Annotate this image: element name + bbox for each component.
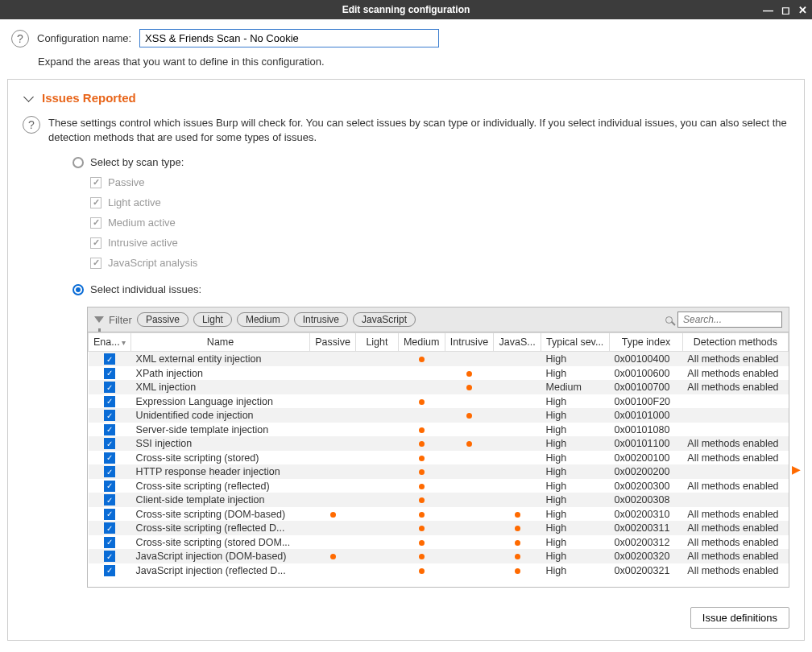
table-row[interactable]: Unidentified code injectionHigh0x0010100… [89, 408, 789, 423]
col-enabled[interactable]: Ena...▾ [89, 333, 131, 352]
search-icon [665, 316, 673, 324]
col-name[interactable]: Name [131, 333, 310, 352]
table-row[interactable]: Cross-site scripting (stored)High0x00200… [89, 451, 789, 465]
table-row[interactable]: Cross-site scripting (DOM-based)High0x00… [89, 507, 789, 522]
col-type-index[interactable]: Type index [610, 333, 683, 352]
help-icon[interactable]: ? [11, 30, 29, 47]
row-detection-methods [682, 423, 788, 437]
table-row[interactable]: JavaScript injection (DOM-based)High0x00… [89, 549, 789, 563]
col-intrusive[interactable]: Intrusive [445, 333, 494, 352]
section-header[interactable]: Issues Reported [23, 91, 789, 105]
filter-pill-javascript[interactable]: JavaScript [353, 312, 416, 327]
col-medium[interactable]: Medium [398, 333, 445, 352]
dot-icon [419, 568, 425, 574]
row-name: XML external entity injection [131, 352, 310, 366]
table-row[interactable]: Server-side template injectionHigh0x0010… [89, 423, 789, 437]
dot-icon [515, 512, 520, 518]
row-type-index: 0x00200300 [610, 479, 683, 493]
dot-icon [419, 357, 425, 362]
row-enabled-checkbox[interactable] [104, 424, 115, 435]
filter-pill-passive[interactable]: Passive [137, 312, 188, 327]
row-name: JavaScript injection (DOM-based) [131, 549, 310, 563]
window-title: Edit scanning configuration [342, 4, 470, 15]
table-row[interactable]: Cross-site scripting (reflected D...High… [89, 521, 789, 535]
row-enabled-checkbox[interactable] [104, 551, 115, 562]
minimize-icon[interactable]: — [763, 4, 773, 16]
dot-icon [419, 399, 425, 405]
row-enabled-checkbox[interactable] [104, 368, 115, 379]
row-enabled-checkbox[interactable] [104, 509, 115, 520]
row-type-index: 0x00200320 [610, 549, 683, 563]
row-name: XML injection [131, 380, 310, 394]
row-type-index: 0x00200100 [610, 451, 683, 465]
row-enabled-checkbox[interactable] [104, 382, 115, 393]
row-type-index: 0x00200310 [610, 507, 683, 522]
row-type-index: 0x00101100 [610, 436, 683, 451]
config-name-label: Configuration name: [37, 32, 131, 44]
row-enabled-checkbox[interactable] [104, 353, 115, 365]
radio-icon [72, 284, 84, 295]
row-name: SSI injection [131, 436, 310, 451]
row-enabled-checkbox[interactable] [104, 452, 115, 464]
maximize-icon[interactable]: ◻ [781, 4, 790, 16]
radio-select-by-scan-type[interactable]: Select by scan type: [72, 156, 789, 168]
row-enabled-checkbox[interactable] [104, 396, 115, 407]
col-typical-sev[interactable]: Typical sev... [541, 333, 610, 352]
table-row[interactable]: XML external entity injectionHigh0x00100… [89, 352, 789, 366]
row-enabled-checkbox[interactable] [104, 537, 115, 548]
row-severity: High [541, 366, 610, 381]
table-row[interactable]: Expression Language injectionHigh0x00100… [89, 394, 789, 409]
close-icon[interactable]: ✕ [798, 4, 807, 16]
row-type-index: 0x00100400 [610, 352, 683, 366]
row-enabled-checkbox[interactable] [104, 494, 115, 506]
filter-pill-light[interactable]: Light [193, 312, 232, 327]
row-name: Cross-site scripting (reflected) [131, 479, 310, 493]
dot-icon [419, 540, 425, 546]
checkbox-icon [90, 237, 102, 249]
table-row[interactable]: XPath injectionHigh0x00100600All methods… [89, 366, 789, 381]
row-enabled-checkbox[interactable] [104, 438, 115, 449]
checkbox-icon [90, 217, 102, 229]
row-detection-methods: All methods enabled [682, 380, 788, 394]
dot-icon [466, 441, 472, 447]
radio-select-individual[interactable]: Select individual issues: [72, 283, 789, 295]
search-input[interactable] [677, 312, 782, 328]
section-help-icon[interactable]: ? [23, 116, 40, 134]
table-row[interactable]: SSI injectionHigh0x00101100All methods e… [89, 436, 789, 451]
row-enabled-checkbox[interactable] [104, 466, 115, 477]
col-javas[interactable]: JavaS... [494, 333, 541, 352]
row-detection-methods: All methods enabled [682, 451, 788, 465]
row-enabled-checkbox[interactable] [104, 565, 115, 576]
col-light[interactable]: Light [356, 333, 398, 352]
row-detection-methods: All methods enabled [682, 366, 788, 381]
row-name: HTTP response header injection [131, 464, 310, 479]
titlebar[interactable]: Edit scanning configuration — ◻ ✕ [0, 0, 812, 19]
row-enabled-checkbox[interactable] [104, 522, 115, 534]
row-enabled-checkbox[interactable] [104, 410, 115, 421]
row-detection-methods: All methods enabled [682, 549, 788, 563]
row-detection-methods: All methods enabled [682, 563, 788, 578]
dot-icon [419, 497, 425, 503]
table-row[interactable]: Cross-site scripting (reflected)High0x00… [89, 479, 789, 493]
col-detection-methods[interactable]: Detection methods [682, 333, 788, 352]
issue-definitions-button[interactable]: Issue definitions [690, 607, 789, 629]
row-severity: High [541, 408, 610, 423]
table-row[interactable]: Cross-site scripting (stored DOM...High0… [89, 535, 789, 550]
scroll-right-arrow[interactable]: ▶ [792, 463, 801, 476]
table-scroll[interactable]: Ena...▾ Name Passive Light Medium Intrus… [88, 332, 789, 587]
row-name: XPath injection [131, 366, 310, 381]
row-enabled-checkbox[interactable] [104, 481, 115, 492]
col-passive[interactable]: Passive [309, 333, 355, 352]
checkbox-javascript-analysis: JavaScript analysis [90, 257, 789, 269]
table-row[interactable]: Client-side template injectionHigh0x0020… [89, 493, 789, 507]
row-name: Expression Language injection [131, 394, 310, 409]
table-row[interactable]: XML injectionMedium0x00100700All methods… [89, 380, 789, 394]
row-detection-methods: All methods enabled [682, 436, 788, 451]
filter-pill-medium[interactable]: Medium [237, 312, 289, 327]
config-name-input[interactable] [139, 29, 439, 47]
table-row[interactable]: HTTP response header injectionHigh0x0020… [89, 464, 789, 479]
filter-pill-intrusive[interactable]: Intrusive [294, 312, 348, 327]
table-row[interactable]: JavaScript injection (reflected D...High… [89, 563, 789, 578]
checkbox-light-active: Light active [90, 196, 789, 208]
row-severity: High [541, 423, 610, 437]
